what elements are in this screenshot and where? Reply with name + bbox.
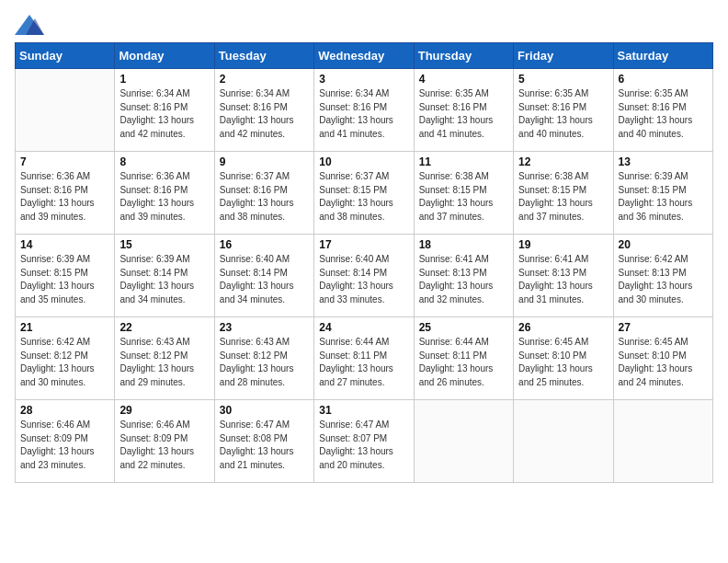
calendar-cell: 3Sunrise: 6:34 AMSunset: 8:16 PMDaylight…: [314, 69, 414, 152]
day-number: 1: [119, 73, 209, 86]
calendar-cell: 10Sunrise: 6:37 AMSunset: 8:15 PMDayligh…: [314, 152, 414, 235]
calendar-cell: 31Sunrise: 6:47 AMSunset: 8:07 PMDayligh…: [314, 400, 414, 483]
calendar-cell: 28Sunrise: 6:46 AMSunset: 8:09 PMDayligh…: [16, 400, 115, 483]
day-info: Sunrise: 6:34 AMSunset: 8:16 PMDaylight:…: [220, 87, 309, 141]
day-info: Sunrise: 6:46 AMSunset: 8:09 PMDaylight:…: [20, 419, 109, 472]
day-info: Sunrise: 6:40 AMSunset: 8:14 PMDaylight:…: [220, 253, 309, 306]
day-info: Sunrise: 6:47 AMSunset: 8:07 PMDaylight:…: [319, 419, 408, 472]
day-number: 31: [319, 404, 408, 417]
day-number: 2: [220, 73, 309, 86]
calendar-week-2: 7Sunrise: 6:36 AMSunset: 8:16 PMDaylight…: [16, 152, 713, 235]
day-number: 30: [220, 404, 309, 417]
calendar-header: SundayMondayTuesdayWednesdayThursdayFrid…: [16, 43, 713, 69]
day-number: 13: [619, 155, 708, 168]
weekday-header-sunday: Sunday: [16, 43, 115, 69]
calendar-cell: 2Sunrise: 6:34 AMSunset: 8:16 PMDaylight…: [214, 69, 313, 152]
day-info: Sunrise: 6:39 AMSunset: 8:15 PMDaylight:…: [619, 170, 708, 224]
calendar-cell: 13Sunrise: 6:39 AMSunset: 8:15 PMDayligh…: [613, 152, 712, 235]
calendar-table: SundayMondayTuesdayWednesdayThursdayFrid…: [15, 42, 713, 483]
day-info: Sunrise: 6:40 AMSunset: 8:14 PMDaylight:…: [319, 253, 408, 306]
day-number: 7: [20, 155, 109, 168]
day-info: Sunrise: 6:45 AMSunset: 8:10 PMDaylight:…: [619, 336, 708, 389]
day-number: 20: [619, 238, 708, 251]
calendar-cell: [414, 400, 513, 483]
day-info: Sunrise: 6:47 AMSunset: 8:08 PMDaylight:…: [220, 419, 309, 472]
day-info: Sunrise: 6:39 AMSunset: 8:14 PMDaylight:…: [119, 253, 209, 306]
calendar-cell: [613, 400, 712, 483]
day-info: Sunrise: 6:41 AMSunset: 8:13 PMDaylight:…: [419, 253, 508, 306]
day-number: 16: [220, 238, 309, 251]
calendar-body: 1Sunrise: 6:34 AMSunset: 8:16 PMDaylight…: [16, 69, 713, 483]
day-number: 18: [419, 238, 508, 251]
day-info: Sunrise: 6:38 AMSunset: 8:15 PMDaylight:…: [518, 170, 608, 224]
day-info: Sunrise: 6:35 AMSunset: 8:16 PMDaylight:…: [518, 87, 608, 141]
day-number: 29: [119, 404, 209, 417]
calendar-cell: 1Sunrise: 6:34 AMSunset: 8:16 PMDaylight…: [115, 69, 214, 152]
day-info: Sunrise: 6:37 AMSunset: 8:15 PMDaylight:…: [319, 170, 408, 224]
day-info: Sunrise: 6:39 AMSunset: 8:15 PMDaylight:…: [20, 253, 109, 306]
calendar-cell: 29Sunrise: 6:46 AMSunset: 8:09 PMDayligh…: [115, 400, 214, 483]
day-info: Sunrise: 6:44 AMSunset: 8:11 PMDaylight:…: [419, 336, 508, 389]
day-info: Sunrise: 6:37 AMSunset: 8:16 PMDaylight:…: [220, 170, 309, 224]
calendar-cell: 6Sunrise: 6:35 AMSunset: 8:16 PMDaylight…: [613, 69, 712, 152]
day-info: Sunrise: 6:41 AMSunset: 8:13 PMDaylight:…: [518, 253, 608, 306]
day-number: 24: [319, 321, 408, 334]
day-info: Sunrise: 6:34 AMSunset: 8:16 PMDaylight:…: [119, 87, 209, 141]
weekday-header-monday: Monday: [115, 43, 214, 69]
calendar-cell: 14Sunrise: 6:39 AMSunset: 8:15 PMDayligh…: [16, 235, 115, 317]
calendar-week-5: 28Sunrise: 6:46 AMSunset: 8:09 PMDayligh…: [16, 400, 713, 483]
day-info: Sunrise: 6:44 AMSunset: 8:11 PMDaylight:…: [319, 336, 408, 389]
calendar-cell: [514, 400, 613, 483]
day-number: 5: [518, 73, 608, 86]
day-number: 22: [119, 321, 209, 334]
calendar-cell: 12Sunrise: 6:38 AMSunset: 8:15 PMDayligh…: [514, 152, 613, 235]
weekday-header-saturday: Saturday: [613, 43, 712, 69]
day-number: 9: [220, 155, 309, 168]
weekday-header-tuesday: Tuesday: [214, 43, 313, 69]
day-number: 10: [319, 155, 408, 168]
logo: [15, 15, 44, 35]
calendar-cell: 21Sunrise: 6:42 AMSunset: 8:12 PMDayligh…: [16, 317, 115, 400]
calendar-cell: 22Sunrise: 6:43 AMSunset: 8:12 PMDayligh…: [115, 317, 214, 400]
day-number: 19: [518, 238, 608, 251]
calendar-cell: 30Sunrise: 6:47 AMSunset: 8:08 PMDayligh…: [214, 400, 313, 483]
day-info: Sunrise: 6:45 AMSunset: 8:10 PMDaylight:…: [518, 336, 608, 389]
day-info: Sunrise: 6:35 AMSunset: 8:16 PMDaylight:…: [619, 87, 708, 141]
calendar-cell: 26Sunrise: 6:45 AMSunset: 8:10 PMDayligh…: [514, 317, 613, 400]
logo-icon: [15, 15, 44, 35]
day-number: 25: [419, 321, 508, 334]
calendar-cell: 25Sunrise: 6:44 AMSunset: 8:11 PMDayligh…: [414, 317, 513, 400]
calendar-cell: 20Sunrise: 6:42 AMSunset: 8:13 PMDayligh…: [613, 235, 712, 317]
page-header: [15, 15, 713, 35]
calendar-cell: 19Sunrise: 6:41 AMSunset: 8:13 PMDayligh…: [514, 235, 613, 317]
calendar-cell: 27Sunrise: 6:45 AMSunset: 8:10 PMDayligh…: [613, 317, 712, 400]
calendar-cell: [16, 69, 115, 152]
calendar-cell: 9Sunrise: 6:37 AMSunset: 8:16 PMDaylight…: [214, 152, 313, 235]
day-number: 28: [20, 404, 109, 417]
calendar-cell: 18Sunrise: 6:41 AMSunset: 8:13 PMDayligh…: [414, 235, 513, 317]
day-number: 26: [518, 321, 608, 334]
calendar-cell: 24Sunrise: 6:44 AMSunset: 8:11 PMDayligh…: [314, 317, 414, 400]
weekday-header-friday: Friday: [514, 43, 613, 69]
day-info: Sunrise: 6:36 AMSunset: 8:16 PMDaylight:…: [20, 170, 109, 224]
day-info: Sunrise: 6:38 AMSunset: 8:15 PMDaylight:…: [419, 170, 508, 224]
day-number: 8: [119, 155, 209, 168]
calendar-week-4: 21Sunrise: 6:42 AMSunset: 8:12 PMDayligh…: [16, 317, 713, 400]
day-info: Sunrise: 6:43 AMSunset: 8:12 PMDaylight:…: [220, 336, 309, 389]
day-info: Sunrise: 6:46 AMSunset: 8:09 PMDaylight:…: [119, 419, 209, 472]
day-number: 27: [619, 321, 708, 334]
day-number: 23: [220, 321, 309, 334]
day-info: Sunrise: 6:36 AMSunset: 8:16 PMDaylight:…: [119, 170, 209, 224]
calendar-cell: 7Sunrise: 6:36 AMSunset: 8:16 PMDaylight…: [16, 152, 115, 235]
calendar-cell: 11Sunrise: 6:38 AMSunset: 8:15 PMDayligh…: [414, 152, 513, 235]
day-number: 14: [20, 238, 109, 251]
day-info: Sunrise: 6:35 AMSunset: 8:16 PMDaylight:…: [419, 87, 508, 141]
calendar-cell: 8Sunrise: 6:36 AMSunset: 8:16 PMDaylight…: [115, 152, 214, 235]
day-number: 4: [419, 73, 508, 86]
day-number: 11: [419, 155, 508, 168]
calendar-cell: 23Sunrise: 6:43 AMSunset: 8:12 PMDayligh…: [214, 317, 313, 400]
day-info: Sunrise: 6:34 AMSunset: 8:16 PMDaylight:…: [319, 87, 408, 141]
day-info: Sunrise: 6:42 AMSunset: 8:13 PMDaylight:…: [619, 253, 708, 306]
day-number: 15: [119, 238, 209, 251]
calendar-cell: 15Sunrise: 6:39 AMSunset: 8:14 PMDayligh…: [115, 235, 214, 317]
